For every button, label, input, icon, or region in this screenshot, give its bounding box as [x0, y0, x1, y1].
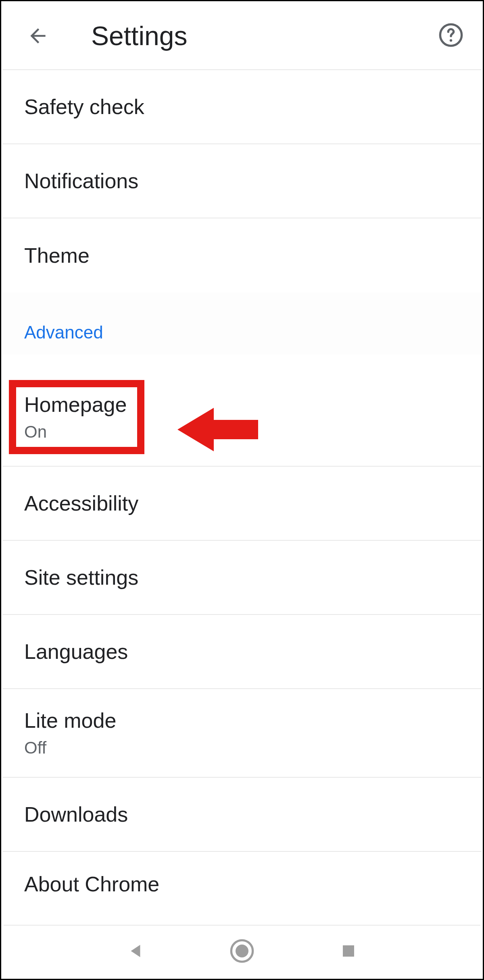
- settings-list: Safety check Notifications Theme Advance…: [2, 70, 482, 916]
- help-icon: [438, 22, 464, 48]
- row-title: Downloads: [24, 802, 460, 826]
- row-lite-mode[interactable]: Lite mode Off: [2, 689, 482, 778]
- row-subtitle: Off: [24, 738, 460, 758]
- row-downloads[interactable]: Downloads: [2, 778, 482, 852]
- row-languages[interactable]: Languages: [2, 615, 482, 689]
- svg-point-1: [450, 39, 452, 42]
- circle-home-icon: [229, 934, 255, 968]
- row-title: Homepage: [24, 392, 129, 417]
- app-inner: Settings Safety check Notifications Them…: [2, 2, 482, 978]
- row-title: Accessibility: [24, 491, 460, 515]
- row-title: Theme: [24, 243, 460, 268]
- row-title: Site settings: [24, 565, 460, 590]
- nav-home-button[interactable]: [229, 938, 255, 964]
- annotation-highlight-box: Homepage On: [9, 380, 144, 454]
- row-title: Safety check: [24, 95, 460, 119]
- row-theme[interactable]: Theme: [2, 218, 482, 293]
- row-title: About Chrome: [24, 872, 460, 896]
- row-notifications[interactable]: Notifications: [2, 144, 482, 218]
- nav-recents-button[interactable]: [336, 938, 361, 964]
- svg-marker-2: [177, 408, 258, 451]
- row-about-chrome[interactable]: About Chrome: [2, 852, 482, 916]
- app-frame: Settings Safety check Notifications Them…: [0, 0, 484, 980]
- svg-rect-6: [343, 945, 354, 957]
- page-title: Settings: [91, 21, 438, 51]
- help-button[interactable]: [438, 22, 465, 50]
- system-nav-bar: [4, 925, 480, 976]
- back-button[interactable]: [25, 23, 51, 49]
- app-toolbar: Settings: [2, 2, 482, 70]
- row-subtitle: On: [24, 422, 129, 442]
- row-title: Notifications: [24, 169, 460, 193]
- svg-marker-3: [131, 945, 140, 957]
- square-recents-icon: [340, 943, 357, 959]
- row-accessibility[interactable]: Accessibility: [2, 467, 482, 541]
- row-title: Lite mode: [24, 708, 460, 733]
- svg-point-5: [236, 945, 248, 957]
- annotation-arrow: [177, 400, 258, 459]
- arrow-left-icon: [177, 400, 258, 459]
- nav-back-button[interactable]: [123, 938, 148, 964]
- arrow-back-icon: [27, 25, 49, 47]
- triangle-back-icon: [126, 942, 145, 960]
- row-homepage[interactable]: Homepage On: [2, 355, 482, 467]
- row-safety-check[interactable]: Safety check: [2, 70, 482, 144]
- row-title: Languages: [24, 639, 460, 664]
- row-site-settings[interactable]: Site settings: [2, 541, 482, 615]
- section-advanced: Advanced: [2, 293, 482, 355]
